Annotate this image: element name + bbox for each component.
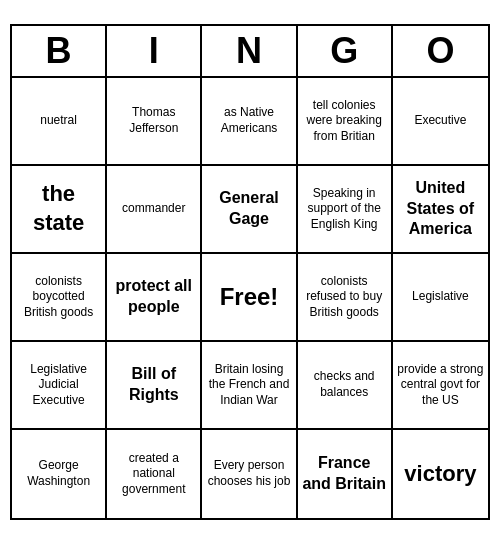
bingo-cell-20: George Washington bbox=[12, 430, 107, 518]
bingo-cell-17: Britain losing the French and Indian War bbox=[202, 342, 297, 430]
bingo-cell-14: Legislative bbox=[393, 254, 488, 342]
bingo-cell-6: commander bbox=[107, 166, 202, 254]
bingo-card: BINGO nuetralThomas Jeffersonas Native A… bbox=[10, 24, 490, 520]
bingo-cell-4: Executive bbox=[393, 78, 488, 166]
bingo-grid: nuetralThomas Jeffersonas Native America… bbox=[12, 78, 488, 518]
bingo-cell-24: victory bbox=[393, 430, 488, 518]
bingo-cell-10: colonists boycotted British goods bbox=[12, 254, 107, 342]
header-letter-i: I bbox=[107, 26, 202, 76]
bingo-cell-18: checks and balances bbox=[298, 342, 393, 430]
bingo-cell-3: tell colonies were breaking from Britian bbox=[298, 78, 393, 166]
bingo-cell-12: Free! bbox=[202, 254, 297, 342]
bingo-cell-21: created a national government bbox=[107, 430, 202, 518]
bingo-cell-16: Bill of Rights bbox=[107, 342, 202, 430]
bingo-cell-11: protect all people bbox=[107, 254, 202, 342]
header-letter-g: G bbox=[298, 26, 393, 76]
header-letter-b: B bbox=[12, 26, 107, 76]
bingo-header: BINGO bbox=[12, 26, 488, 78]
bingo-cell-5: the state bbox=[12, 166, 107, 254]
bingo-cell-0: nuetral bbox=[12, 78, 107, 166]
header-letter-o: O bbox=[393, 26, 488, 76]
bingo-cell-15: Legislative Judicial Executive bbox=[12, 342, 107, 430]
header-letter-n: N bbox=[202, 26, 297, 76]
bingo-cell-13: colonists refused to buy British goods bbox=[298, 254, 393, 342]
bingo-cell-23: France and Britain bbox=[298, 430, 393, 518]
bingo-cell-7: General Gage bbox=[202, 166, 297, 254]
bingo-cell-2: as Native Americans bbox=[202, 78, 297, 166]
bingo-cell-1: Thomas Jefferson bbox=[107, 78, 202, 166]
bingo-cell-9: United States of America bbox=[393, 166, 488, 254]
bingo-cell-22: Every person chooses his job bbox=[202, 430, 297, 518]
bingo-cell-8: Speaking in support of the English King bbox=[298, 166, 393, 254]
bingo-cell-19: provide a strong central govt for the US bbox=[393, 342, 488, 430]
